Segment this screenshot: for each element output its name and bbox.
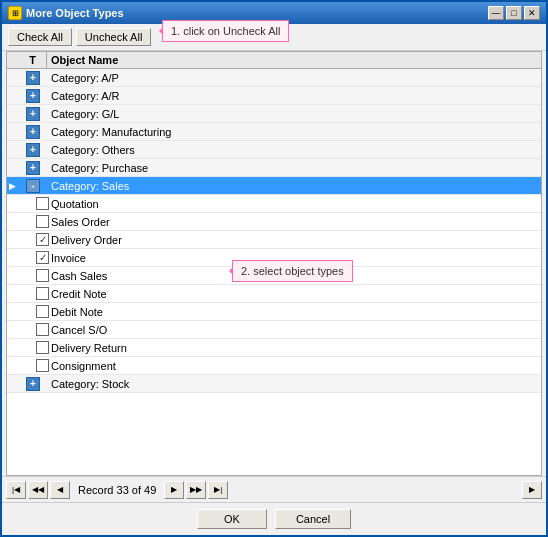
callout-1: 1. click on Uncheck All: [162, 20, 289, 42]
row-label: Category: A/R: [47, 89, 541, 103]
table-row[interactable]: ✓ Delivery Order: [7, 231, 541, 249]
expand-icon[interactable]: +: [26, 161, 40, 175]
column-header-t: T: [19, 52, 47, 68]
table-row[interactable]: Credit Note: [7, 285, 541, 303]
row-label: Delivery Order: [47, 233, 541, 247]
checkbox-cell[interactable]: [19, 322, 47, 337]
expand-cell[interactable]: +: [19, 88, 47, 104]
table-row[interactable]: + Category: G/L: [7, 105, 541, 123]
checkbox-cell[interactable]: [19, 196, 47, 211]
row-label: Category: G/L: [47, 107, 541, 121]
check-all-button[interactable]: Check All: [8, 28, 72, 46]
table-row[interactable]: + Category: Purchase: [7, 159, 541, 177]
checkbox-cell[interactable]: [19, 268, 47, 283]
expand-icon[interactable]: -: [26, 179, 40, 193]
checkbox-cell[interactable]: [19, 286, 47, 301]
checkbox-cell[interactable]: [19, 340, 47, 355]
uncheck-all-button[interactable]: Uncheck All: [76, 28, 151, 46]
row-label: Category: Purchase: [47, 161, 541, 175]
expand-cell[interactable]: +: [19, 106, 47, 122]
expand-cell[interactable]: +: [19, 142, 47, 158]
nav-next-button[interactable]: ▶: [164, 481, 184, 499]
checkbox-cell[interactable]: [19, 214, 47, 229]
row-label: Category: Stock: [47, 377, 541, 391]
table-row[interactable]: Cancel S/O: [7, 321, 541, 339]
checkbox-cell[interactable]: [19, 304, 47, 319]
row-label: Debit Note: [47, 305, 541, 319]
row-indicator: ▶: [7, 181, 19, 191]
row-label: Sales Order: [47, 215, 541, 229]
expand-icon[interactable]: +: [26, 107, 40, 121]
table-row[interactable]: + Category: A/P: [7, 69, 541, 87]
table-row[interactable]: Consignment: [7, 357, 541, 375]
row-label: Category: Sales: [47, 179, 541, 193]
nav-first-button[interactable]: |◀: [6, 481, 26, 499]
expand-cell[interactable]: +: [19, 160, 47, 176]
table-row[interactable]: Sales Order: [7, 213, 541, 231]
nav-scroll-right-button[interactable]: ▶: [522, 481, 542, 499]
footer: OK Cancel: [2, 502, 546, 535]
expand-cell[interactable]: +: [19, 124, 47, 140]
expand-cell[interactable]: +: [19, 70, 47, 86]
expand-icon[interactable]: +: [26, 377, 40, 391]
close-button[interactable]: ✕: [524, 6, 540, 20]
table-row[interactable]: + Category: Manufacturing: [7, 123, 541, 141]
table-header: T Object Name: [7, 52, 541, 69]
row-label: Credit Note: [47, 287, 541, 301]
window-icon: ⊞: [8, 6, 22, 20]
expand-icon[interactable]: +: [26, 71, 40, 85]
title-controls: — □ ✕: [488, 6, 540, 20]
expand-icon[interactable]: +: [26, 125, 40, 139]
window-title: More Object Types: [26, 7, 124, 19]
nav-prev-button[interactable]: ◀: [50, 481, 70, 499]
ok-button[interactable]: OK: [197, 509, 267, 529]
expand-cell[interactable]: -: [19, 178, 47, 194]
minimize-button[interactable]: —: [488, 6, 504, 20]
checkbox-cell[interactable]: ✓: [19, 232, 47, 247]
row-label: Category: A/P: [47, 71, 541, 85]
table-row[interactable]: + Category: Stock: [7, 375, 541, 393]
row-label: Consignment: [47, 359, 541, 373]
expand-icon[interactable]: +: [26, 143, 40, 157]
navigation-bar: |◀ ◀◀ ◀ Record 33 of 49 ▶ ▶▶ ▶| ▶: [2, 476, 546, 502]
row-label: Delivery Return: [47, 341, 541, 355]
table-row[interactable]: + Category: A/R: [7, 87, 541, 105]
row-label: Quotation: [47, 197, 541, 211]
expand-icon[interactable]: +: [26, 89, 40, 103]
table-row[interactable]: Delivery Return: [7, 339, 541, 357]
expand-cell[interactable]: +: [19, 376, 47, 392]
row-label: Cancel S/O: [47, 323, 541, 337]
table-row[interactable]: ▶ - Category: Sales: [7, 177, 541, 195]
nav-prev-prev-button[interactable]: ◀◀: [28, 481, 48, 499]
checkbox-cell[interactable]: [19, 358, 47, 373]
nav-next-next-button[interactable]: ▶▶: [186, 481, 206, 499]
table-row[interactable]: Quotation: [7, 195, 541, 213]
record-info: Record 33 of 49: [72, 484, 162, 496]
table-row[interactable]: + Category: Others: [7, 141, 541, 159]
main-window: ⊞ More Object Types — □ ✕ Check All Unch…: [0, 0, 548, 537]
column-header-name: Object Name: [47, 52, 541, 68]
callout-2: 2. select object types: [232, 260, 353, 282]
maximize-button[interactable]: □: [506, 6, 522, 20]
nav-last-button[interactable]: ▶|: [208, 481, 228, 499]
cancel-button[interactable]: Cancel: [275, 509, 351, 529]
table-row[interactable]: Debit Note: [7, 303, 541, 321]
checkbox-cell[interactable]: ✓: [19, 250, 47, 265]
row-label: Category: Others: [47, 143, 541, 157]
row-label: Category: Manufacturing: [47, 125, 541, 139]
